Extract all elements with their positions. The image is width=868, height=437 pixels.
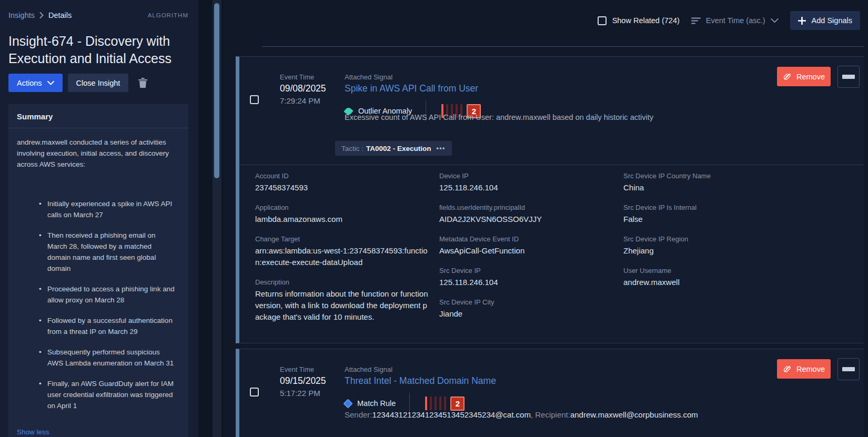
tactic-chip: Tactic : TA0002 - Execution ••• [335,141,452,156]
close-insight-label: Close Insight [76,79,120,87]
field-group: Change Target arn:aws:lambda:us-west-1:2… [255,235,431,268]
field-value: AwsApiCall-GetFunction [439,245,615,257]
summary-header: Summary [8,104,188,128]
collapse-signal-button[interactable] [837,358,860,380]
summary-bullet: Subsequently performed suspicious AWS La… [47,347,177,369]
scrollbar-thumb[interactable] [214,3,219,178]
event-time: 7:29:24 PM [280,96,342,106]
field-label: Src Device IP City [439,298,615,307]
field-group: Device IP 125.118.246.104 [439,171,615,194]
more-icon[interactable]: ••• [437,145,446,152]
signal-fields-column: Device IP 125.118.246.104 fields.userIde… [439,171,615,329]
field-value: China [623,182,800,194]
show-less-link[interactable]: Show less [17,428,49,436]
event-time: 5:17:22 PM [280,388,342,399]
field-label: Application [255,203,431,212]
sort-label: Event Time (asc.) [706,16,765,25]
sort-icon [691,17,701,24]
signal-fields-column: Account ID 237458374593 Application lamb… [255,171,431,332]
field-label: Change Target [255,235,431,243]
recipient-label: Recipient: [535,410,570,419]
summary-bullet: Initially experienced a spike in AWS API… [47,198,177,220]
severity-bars [425,397,446,410]
signal-checkbox[interactable] [250,95,259,104]
event-time-block: Event Time 09/15/2025 5:17:22 PM [280,365,342,399]
field-value: 125.118.246.104 [439,182,615,194]
scrollbar-track[interactable] [213,0,221,437]
signal-checkbox[interactable] [250,388,259,397]
field-value: 125.118.246.104 [439,277,615,288]
event-time-label: Event Time [280,365,342,374]
add-signals-label: Add Signals [812,16,852,25]
event-date: 09/15/2025 [280,375,342,387]
remove-label: Remove [796,365,825,373]
match-rule-icon [343,399,352,408]
summary-intro: andrew.maxwell conducted a series of act… [17,137,180,170]
algorithm-label: ALGORITHM [148,12,188,18]
field-group: Src Device IP Is Internal False [623,203,800,225]
field-group: Src Device IP City Jiande [439,298,615,320]
page-title: Insight-674 - Discovery with Execution a… [8,33,187,67]
breadcrumb-insights-link[interactable]: Insights [8,11,35,19]
summary-body: andrew.maxwell conducted a series of act… [8,128,188,436]
field-label: Src Device IP Region [623,235,800,243]
show-related-checkbox[interactable] [598,16,607,25]
remove-label: Remove [796,73,825,81]
signal-description: Excessive count of AWS API Call from Use… [345,112,776,123]
tactic-value: TA0002 - Execution [366,145,431,153]
field-value: Returns information about the function o… [255,288,431,323]
remove-signal-button[interactable]: Remove [777,67,831,86]
sort-control[interactable]: Event Time (asc.) [691,16,779,25]
summary-bullet: Proceeded to access a phishing link and … [47,283,177,306]
remove-signal-button[interactable]: Remove [777,359,831,379]
field-group: fields.userIdentity.principalId AIDA2J2K… [439,203,615,225]
field-group: User Username andrew.maxwell [623,266,800,288]
field-group: Metadata Device Event ID AwsApiCall-GetF… [439,235,615,257]
close-insight-button[interactable]: Close Insight [68,74,129,92]
main-content: Show Related (724) Event Time (asc.) Add… [224,0,868,437]
signal-title-link[interactable]: Threat Intel - Matched Domain Name [345,374,496,387]
actions-button[interactable]: Actions [8,74,63,92]
field-label: User Username [623,266,800,275]
sender-label: Sender: [345,410,372,419]
field-group: Src Device IP 125.118.246.104 [439,266,615,288]
chevron-down-icon [771,18,779,23]
minus-icon [842,75,855,79]
signal-title-link[interactable]: Spike in AWS API Call from User [345,82,478,95]
delete-insight-button[interactable] [136,77,150,88]
event-time-block: Event Time 09/08/2025 7:29:24 PM [280,73,342,106]
card-divider [239,165,864,165]
signals-toolbar: Show Related (724) Event Time (asc.) Add… [598,11,860,30]
field-value: AIDA2J2KVSN6OSSO6VJJY [439,214,615,225]
field-value: arn:aws:lambda:us-west-1:237458374593:fu… [255,245,431,268]
insight-actions-row: Actions Close Insight [8,74,150,92]
tactic-label: Tactic : [341,145,364,153]
actions-button-label: Actions [17,79,42,87]
signal-card: Event Time 09/15/2025 5:17:22 PM Attache… [236,349,864,437]
separator: , [531,410,533,419]
show-related-control[interactable]: Show Related (724) [598,16,680,25]
field-label: Account ID [255,171,431,180]
field-label: Description [255,278,431,287]
field-group: Src Device IP Country Name China [623,171,800,194]
field-label: Src Device IP Country Name [623,171,800,180]
attached-signal-label: Attached Signal [345,365,850,374]
summary-bullet: Finally, an AWS GuardDuty alert for IAM … [47,378,177,411]
field-label: fields.userIdentity.principalId [439,203,615,212]
collapse-signal-button[interactable] [837,66,860,88]
field-group: Application lambda.amazonaws.com [255,203,431,225]
toolbar-divider [262,46,864,47]
trash-icon [138,77,148,88]
severity-score: 2 [450,397,465,411]
field-label: Src Device IP [439,266,615,275]
field-group: Account ID 237458374593 [255,171,431,194]
attached-signal-label: Attached Signal [345,73,850,82]
chevron-down-icon [47,81,54,85]
breadcrumb-details: Details [48,11,72,19]
summary-bullet-list: Initially experienced a spike in AWS API… [17,198,180,411]
add-signals-button[interactable]: Add Signals [790,11,860,30]
minus-icon [842,367,855,371]
unattach-icon [783,72,792,81]
summary-bullet: Then received a phishing email on March … [47,230,177,274]
sender-value: 1234431212341234513452345234@cat.com [372,410,531,419]
